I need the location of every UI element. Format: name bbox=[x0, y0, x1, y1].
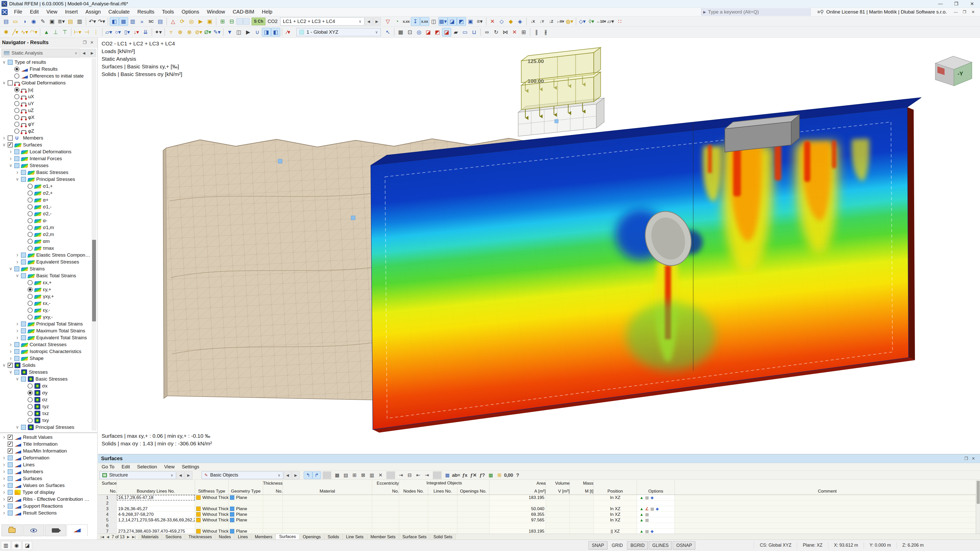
pyramid-icon[interactable] bbox=[651, 529, 654, 534]
cell-openings-no[interactable] bbox=[457, 517, 490, 523]
cell-position[interactable]: In XZ bbox=[593, 517, 637, 523]
child-restore-icon[interactable]: ❐ bbox=[960, 10, 969, 14]
child-minimize-icon[interactable]: — bbox=[951, 10, 960, 14]
support-icon[interactable] bbox=[640, 507, 644, 511]
expander-icon[interactable] bbox=[8, 369, 14, 375]
tree-item[interactable]: σ1,m bbox=[0, 224, 91, 231]
tree-control[interactable] bbox=[27, 197, 33, 203]
expander-icon[interactable] bbox=[8, 156, 14, 162]
table-fill-button[interactable]: ▦ bbox=[333, 472, 342, 479]
mesh-icon[interactable] bbox=[645, 513, 649, 516]
cell-thickness-no[interactable] bbox=[263, 500, 283, 506]
sep[interactable] bbox=[102, 28, 103, 36]
menu-item[interactable]: Options bbox=[178, 8, 203, 16]
tree-item[interactable]: Principal Stresses bbox=[0, 176, 91, 183]
menu-item[interactable]: Window bbox=[203, 8, 229, 16]
new-surface-support-button[interactable]: ⊤ bbox=[60, 28, 69, 37]
expander-icon[interactable] bbox=[1, 434, 7, 441]
next-load-case-button[interactable]: ▶ bbox=[373, 17, 381, 25]
cell-boundary-lines[interactable]: 19-26,36-45,27 bbox=[117, 506, 195, 512]
last-table-icon[interactable]: ▶| bbox=[132, 535, 135, 539]
tree-item[interactable]: Equivalent Total Strains bbox=[0, 334, 91, 341]
previous-category-button[interactable]: ◀ bbox=[284, 471, 291, 479]
cell-position[interactable] bbox=[593, 500, 637, 506]
table-tab[interactable]: Members bbox=[251, 534, 276, 540]
coordinate-system-select[interactable]: 1 - Global XYZ ∨ bbox=[297, 28, 381, 36]
sep[interactable] bbox=[486, 17, 487, 25]
mesh-icon[interactable] bbox=[645, 529, 649, 534]
tree-control[interactable] bbox=[8, 469, 13, 474]
menu-item[interactable]: CAD-BIM bbox=[229, 8, 258, 16]
sep[interactable] bbox=[40, 28, 40, 36]
tree-item[interactable]: σ2,+ bbox=[0, 189, 91, 197]
jump-back-button[interactable]: ↰ bbox=[304, 472, 312, 479]
table-cross-button[interactable]: ⊠ bbox=[359, 472, 368, 479]
cell-lines-no[interactable] bbox=[428, 529, 457, 534]
cell-comment[interactable] bbox=[675, 523, 976, 529]
menu-item[interactable]: Calculate bbox=[105, 8, 134, 16]
tree-control[interactable] bbox=[27, 418, 33, 423]
tree-item[interactable]: uZ bbox=[0, 107, 91, 114]
tree-control[interactable] bbox=[27, 246, 33, 251]
new-node-button[interactable]: ✱ bbox=[2, 28, 11, 37]
scrollbar-thumb[interactable] bbox=[92, 240, 96, 321]
cell-nodes-no[interactable] bbox=[399, 512, 428, 517]
tree-control[interactable] bbox=[14, 356, 19, 361]
tree-item[interactable]: Final Results bbox=[0, 65, 91, 73]
sep[interactable] bbox=[71, 28, 72, 36]
expander-icon[interactable] bbox=[14, 169, 21, 176]
tree-control[interactable] bbox=[14, 149, 19, 154]
sep[interactable] bbox=[394, 28, 395, 36]
expander-icon[interactable] bbox=[8, 355, 14, 362]
table-tab[interactable]: Solids bbox=[325, 534, 343, 540]
sep[interactable] bbox=[108, 17, 108, 25]
sep[interactable] bbox=[86, 17, 86, 25]
cut-knife-button[interactable]: ∕▾ bbox=[284, 28, 293, 37]
cell-eccentricity-no[interactable] bbox=[372, 495, 399, 500]
tables-toggle[interactable]: ▦ bbox=[119, 17, 128, 26]
snap-toggle[interactable]: GLINES bbox=[649, 541, 672, 549]
table-tab[interactable]: Materials bbox=[138, 534, 162, 540]
row-delete-button[interactable]: ⊟ bbox=[405, 472, 414, 479]
filter-results-button[interactable]: ▽ bbox=[383, 17, 393, 26]
cell-nodes-no[interactable] bbox=[399, 500, 428, 506]
sep[interactable] bbox=[151, 28, 152, 36]
tree-control[interactable] bbox=[8, 490, 13, 495]
tree-control[interactable] bbox=[14, 101, 19, 106]
new-combination-button[interactable]: ⊗ bbox=[185, 28, 194, 37]
tree-item[interactable]: Members bbox=[0, 468, 91, 475]
tree-item[interactable]: Basic Stresses bbox=[0, 169, 91, 176]
tree-item[interactable]: Principal Total Strains bbox=[0, 321, 91, 327]
cell-stiffness-type[interactable] bbox=[195, 523, 229, 529]
cell-nodes-no[interactable] bbox=[399, 506, 428, 512]
tree-control[interactable] bbox=[27, 411, 33, 416]
model-settings-button[interactable]: ◉ bbox=[29, 17, 38, 26]
dimension-button[interactable]: ↔10▾ bbox=[596, 17, 606, 26]
tree-control[interactable] bbox=[27, 232, 33, 237]
table-add-button[interactable]: ⊞ bbox=[350, 472, 359, 479]
tree-control[interactable] bbox=[21, 376, 26, 382]
menu-item[interactable]: Tools bbox=[158, 8, 178, 16]
tree-item[interactable]: Result Values bbox=[0, 433, 91, 441]
cell-eccentricity-no[interactable] bbox=[372, 529, 399, 534]
cell-boundary-lines[interactable] bbox=[117, 523, 195, 529]
tree-control[interactable] bbox=[14, 370, 19, 375]
navigator-scrollbar[interactable] bbox=[92, 59, 97, 430]
cell-thickness-no[interactable] bbox=[263, 512, 283, 517]
tree-control[interactable] bbox=[14, 108, 19, 113]
undo-button[interactable]: ↶▾ bbox=[88, 17, 97, 26]
first-table-icon[interactable]: |◀ bbox=[100, 535, 104, 539]
support-icon[interactable] bbox=[640, 518, 644, 522]
snap-toggle[interactable]: SNAP bbox=[589, 541, 608, 549]
table-grid-button[interactable]: ▥ bbox=[368, 472, 376, 479]
tree-item[interactable]: Title Information bbox=[0, 441, 91, 448]
cell-stiffness-type[interactable]: Without Thickn.. bbox=[195, 529, 229, 534]
cell-comment[interactable] bbox=[675, 500, 976, 506]
menu-item[interactable]: File bbox=[10, 8, 26, 16]
tree-item[interactable]: Type of results bbox=[0, 59, 91, 65]
plane-yz-button[interactable]: ◩ bbox=[433, 28, 442, 37]
tree-control[interactable] bbox=[27, 404, 33, 409]
snap-points-button[interactable]: ⊡ bbox=[405, 28, 414, 37]
sep[interactable] bbox=[530, 28, 530, 36]
menu-item[interactable]: Results bbox=[134, 8, 158, 16]
